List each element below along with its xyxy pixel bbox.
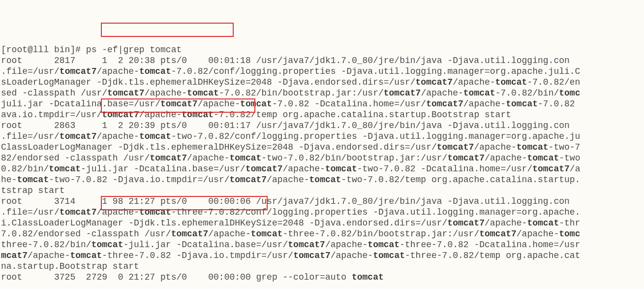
match-text: tomcat7 — [384, 88, 421, 98]
output-text: /apache- — [28, 251, 70, 260]
output-text: ava.io.tmpdir=/usr/ — [1, 110, 102, 120]
output-line: .file=/usr/tomcat7/apache-tomcat-two-7.0… — [1, 131, 643, 142]
match-text: tomcat — [495, 77, 527, 87]
match-text: tomcat7 — [229, 175, 267, 185]
output-text: -three-7.0.82/temp org.apache.cat — [405, 251, 580, 260]
command-line: [root@lll bin]# ps -ef|grep tomcat — [1, 44, 643, 55]
output-text: 82/endorsed -classpath /usr/ — [1, 153, 150, 163]
match-text: tomcat7 — [60, 131, 97, 141]
match-text: tomcat7 — [447, 153, 485, 163]
output-text: /apache- — [485, 153, 527, 163]
match-text: tomcat — [230, 153, 262, 163]
output-text: -7.0.82/temp org.apache.catalina.startup… — [214, 110, 511, 120]
output-line: he-tomcat-two-7.0.82 -Djava.io.tmpdir=/u… — [1, 174, 643, 185]
match-text: tomc — [559, 229, 580, 239]
match-text: tomcat — [373, 251, 405, 260]
output-text: root 2863 1 2 20:39 pts/0 00:01:17 /usr/… — [1, 121, 570, 130]
output-text: /apache- — [145, 88, 187, 98]
output-text: -two-7.0.82/conf/logging.properties -Dja… — [171, 131, 581, 141]
output-text: /apache- — [517, 229, 559, 239]
output-text: -two-7 — [549, 142, 581, 152]
match-text: tomcat — [139, 66, 171, 76]
output-line: na.startup.Bootstrap start — [1, 261, 643, 272]
match-text: tomcat — [139, 207, 171, 217]
output-line: sed -classpath /usr/tomcat7/apache-tomca… — [1, 88, 643, 98]
output-text: .file=/usr/ — [1, 131, 60, 141]
output-text: -three-7.0.82 -Dcatalina.home=/usr — [399, 240, 580, 250]
output-text: -two-7.0.82 -Djava.io.tmpdir=/usr/ — [49, 175, 229, 185]
output-text: -three-7.0.82 -Djava.io.tmpdir=/usr/ — [102, 251, 293, 260]
output-text: ClassLoaderLogManager -Djdk.tls.ephemera… — [1, 142, 437, 152]
output-text: -juli.jar -Dcatalina.base=/usr/ — [123, 240, 288, 250]
output-text: -7.0.82 -Dcatalina.home=/usr/ — [272, 99, 426, 109]
output-text: /apache- — [198, 99, 240, 109]
match-text: tomcat7 — [532, 164, 570, 174]
output-text: /apache- — [474, 142, 516, 152]
shell-command: ps -ef|grep tomcat — [86, 45, 182, 55]
output-text: juli.jar -Dcatalina.base=/usr/ — [1, 99, 160, 109]
output-line: juli.jar -Dcatalina.base=/usr/tomcat7/ap… — [1, 98, 643, 109]
output-text: -two-7.0.82 -Dcatalina.home=/usr/ — [357, 164, 532, 174]
output-text: root 3725 2729 0 21:27 pts/0 00:00:00 gr… — [1, 272, 352, 282]
match-text: tomcat7 — [160, 99, 198, 109]
match-text: tomcat7 — [60, 207, 97, 217]
output-line: ClassLoaderLogManager -Djdk.tls.ephemera… — [1, 142, 643, 153]
output-text: root 3714 1 98 21:27 pts/0 00:00:06 /usr… — [1, 196, 570, 206]
output-text: -7.0.82/bin/ — [495, 88, 559, 98]
output-text: -7.0.82/en — [527, 77, 580, 87]
output-text: /apache- — [96, 66, 139, 76]
output-text: sLoaderLogManager -Djdk.tls.ephemeralDHK… — [1, 77, 416, 87]
output-line: mcat7/apache-tomcat-three-7.0.82 -Djava.… — [1, 250, 643, 261]
output-text: /apache- — [96, 207, 139, 217]
output-text: -three-7.0.82/conf/logging.properties -D… — [171, 207, 581, 217]
output-text: /apache- — [208, 229, 250, 239]
match-text: tomcat7 — [479, 229, 517, 239]
match-text: tomc — [559, 88, 580, 98]
output-text: .file=/usr/ — [1, 207, 60, 217]
output-text: 0.82/bin/ — [1, 164, 49, 174]
match-text: tomcat — [240, 99, 272, 109]
annotation-box-1 — [101, 23, 234, 37]
output-line: 0.82/bin/tomcat-juli.jar -Dcatalina.base… — [1, 163, 643, 174]
output-text: tstrap start — [1, 186, 65, 195]
output-line: .file=/usr/tomcat7/apache-tomcat-7.0.82/… — [1, 66, 643, 77]
output-text: three-7.0.82/bin/ — [1, 240, 92, 250]
output-text: -juli.jar -Dcatalina.base=/usr/ — [81, 164, 245, 174]
match-text: tomcat — [187, 88, 219, 98]
output-line: root 2817 1 2 20:38 pts/0 00:01:18 /usr/… — [1, 55, 643, 66]
output-text: 7.0.82/endorsed -classpath /usr/ — [1, 229, 171, 239]
output-text: /apache- — [267, 175, 309, 185]
output-text: -three-7.0.82/bin/bootstrap.jar:/usr/ — [283, 229, 480, 239]
match-text: tomcat — [251, 229, 283, 239]
output-text: -7.0.82/conf/logging.properties -Djava.u… — [171, 66, 581, 76]
output-line: root 3714 1 98 21:27 pts/0 00:00:06 /usr… — [1, 196, 643, 207]
output-line: root 2863 1 2 20:39 pts/0 00:01:17 /usr/… — [1, 120, 643, 131]
output-text: -7.0.82 — [538, 99, 575, 109]
output-line: 82/endorsed -classpath /usr/tomcat7/apac… — [1, 153, 643, 163]
match-text: mcat7 — [1, 251, 28, 260]
output-text: -7.0.82/bin/bootstrap.jar:/usr/ — [219, 88, 384, 98]
match-text: tomcat7 — [426, 99, 463, 109]
match-text: tomcat — [17, 175, 49, 185]
output-text: -thr — [559, 218, 580, 228]
match-text: tomcat7 — [171, 229, 209, 239]
output-text: /apache- — [283, 164, 325, 174]
output-text: .file=/usr/ — [1, 66, 60, 76]
match-text: tomcat — [527, 153, 559, 163]
match-text: tomcat7 — [447, 218, 485, 228]
output-line: 7.0.82/endorsed -classpath /usr/tomcat7/… — [1, 228, 643, 239]
match-text: tomcat — [506, 99, 538, 109]
match-text: tomcat — [325, 164, 357, 174]
output-line: .file=/usr/tomcat7/apache-tomcat-three-7… — [1, 207, 643, 218]
match-text: tomcat7 — [60, 66, 97, 76]
output-text: /apache- — [331, 251, 373, 260]
match-text: tomcat — [139, 131, 171, 141]
output-text: sed -classpath /usr/ — [1, 88, 107, 98]
output-text: he- — [1, 175, 17, 185]
output-line: three-7.0.82/bin/tomcat-juli.jar -Dcatal… — [1, 239, 643, 250]
match-text: tomcat7 — [245, 164, 283, 174]
match-text: tomcat7 — [293, 251, 331, 260]
match-text: tomcat7 — [102, 110, 139, 120]
output-line: ava.io.tmpdir=/usr/tomcat7/apache-tomcat… — [1, 109, 643, 120]
match-text: tomcat — [527, 218, 559, 228]
